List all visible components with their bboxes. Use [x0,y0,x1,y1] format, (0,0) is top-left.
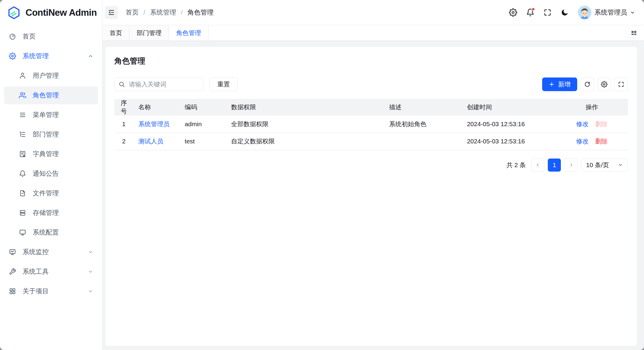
fullscreen-button[interactable] [543,8,552,17]
cell-data-scope: 自定义数据权限 [226,133,384,150]
main-area: 首页 / 系统管理 / 角色管理 [102,0,644,350]
dark-mode-toggle[interactable] [561,8,569,17]
table-header-row: 序号 名称 编码 数据权限 描述 创建时间 操作 [114,99,628,115]
tab-role-management[interactable]: 角色管理 [169,25,208,40]
gear-icon [509,8,517,17]
dashboard-icon [9,33,16,40]
sidebar-item-notice[interactable]: 通知公告 [4,165,98,183]
cell-description: 系统初始角色 [384,115,462,133]
menu-lines-icon [19,111,26,118]
table-settings-button[interactable] [597,77,611,91]
delete-link-disabled: 删除 [595,121,607,127]
breadcrumb-system-management[interactable]: 系统管理 [150,8,176,17]
search-input[interactable] [114,77,203,91]
chevron-down-icon [88,249,93,255]
sidebar-item-label: 存储管理 [33,208,59,217]
chevron-down-icon [88,269,93,274]
sidebar-item-file-management[interactable]: 文件管理 [4,184,98,202]
gear-icon [601,81,607,88]
header-actions: 系统管理员 [509,6,635,19]
sidebar-item-system-tools[interactable]: 系统工具 [4,263,98,281]
column-header-data-scope: 数据权限 [226,99,384,115]
cell-code: admin [180,115,226,133]
table-fullscreen-button[interactable] [614,77,628,91]
toolbar-actions: 新增 [542,77,628,91]
sidebar-item-label: 关于项目 [23,287,49,296]
sidebar-item-home[interactable]: 首页 [4,28,98,45]
sidebar-item-user-management[interactable]: 用户管理 [4,67,98,85]
settings-button[interactable] [509,8,517,17]
sidebar-item-storage-management[interactable]: 存储管理 [4,204,98,222]
notification-dot-badge [531,7,535,11]
sidebar-item-label: 字典管理 [33,150,59,159]
chevron-right-icon [569,162,574,167]
previous-page-button[interactable] [531,159,544,172]
chevron-down-icon [618,162,623,167]
sidebar-item-label: 系统工具 [23,267,49,276]
wrench-icon [9,268,16,275]
page-tabs: 首页 部门管理 角色管理 [102,25,644,41]
gear-icon [9,53,16,60]
column-header-actions: 操作 [556,99,628,115]
sidebar-item-label: 文件管理 [33,189,59,198]
column-header-index: 序号 [114,99,133,115]
sidebar-item-label: 首页 [23,32,36,41]
username: 系统管理员 [594,8,627,17]
column-header-code: 编码 [180,99,226,115]
edit-link[interactable]: 修改 [576,138,588,145]
column-header-created-at: 创建时间 [462,99,556,115]
tab-department-management[interactable]: 部门管理 [129,25,169,40]
chevron-left-icon [535,162,540,167]
sidebar-item-role-management[interactable]: 角色管理 [4,86,98,104]
plus-icon [549,81,555,87]
reset-button[interactable]: 重置 [209,77,238,91]
column-header-name: 名称 [133,99,180,115]
content-area: 角色管理 重置 新增 [102,41,644,350]
sidebar-item-about-project[interactable]: 关于项目 [4,282,98,300]
cell-created-at: 2024-05-03 12:53:16 [462,115,556,133]
sidebar-item-system-config[interactable]: 系统配置 [4,224,98,241]
sidebar-item-label: 用户管理 [33,71,59,80]
tab-options-button[interactable] [630,25,644,40]
sidebar-item-department-management[interactable]: 部门管理 [4,126,98,143]
column-header-description: 描述 [384,99,462,115]
table-row: 1 系统管理员 admin 全部数据权限 系统初始角色 2024-05-03 1… [114,115,628,133]
pagination-total: 共 2 条 [507,161,526,169]
next-page-button[interactable] [564,159,577,172]
table-toolbar: 重置 新增 [114,77,628,91]
breadcrumb-separator: / [143,9,145,16]
edit-link[interactable]: 修改 [576,121,588,127]
sidebar: ContiNew Admin 首页 系统管理 用户管理 角色管理 [0,0,102,350]
chevron-up-icon [88,53,93,59]
sidebar-item-dictionary-management[interactable]: 字典管理 [4,145,98,163]
menu-fold-icon [108,9,115,16]
breadcrumb-role-management: 角色管理 [187,8,213,17]
role-name-link[interactable]: 测试人员 [138,138,163,145]
sidebar-item-system-monitor[interactable]: 系统监控 [4,243,98,261]
role-name-link[interactable]: 系统管理员 [138,121,170,127]
roles-table: 序号 名称 编码 数据权限 描述 创建时间 操作 1 系统管理员 [114,99,628,150]
top-header: 首页 / 系统管理 / 角色管理 [102,0,644,25]
delete-link[interactable]: 删除 [595,138,607,145]
pagination: 共 2 条 1 10 条/页 [114,159,628,172]
breadcrumb-separator: / [181,9,183,16]
sidebar-item-system-management[interactable]: 系统管理 [4,47,98,65]
sidebar-item-label: 系统监控 [23,248,49,256]
page-number-current[interactable]: 1 [548,159,561,172]
app-logo[interactable]: ContiNew Admin [0,0,102,25]
fullscreen-icon [618,81,624,88]
file-icon [19,190,26,197]
page-size-select[interactable]: 10 条/页 [581,159,628,172]
sidebar-item-menu-management[interactable]: 菜单管理 [4,106,98,124]
sidebar-collapse-button[interactable] [105,6,118,19]
tree-icon [19,131,26,138]
tab-home[interactable]: 首页 [102,25,129,40]
users-icon [19,92,26,99]
dictionary-icon [19,151,26,158]
breadcrumb-home[interactable]: 首页 [126,8,139,17]
refresh-button[interactable] [580,77,594,91]
notifications-button[interactable] [526,8,534,17]
user-menu[interactable]: 系统管理员 [578,6,635,19]
add-button[interactable]: 新增 [542,77,577,91]
sidebar-item-label: 菜单管理 [33,110,59,119]
